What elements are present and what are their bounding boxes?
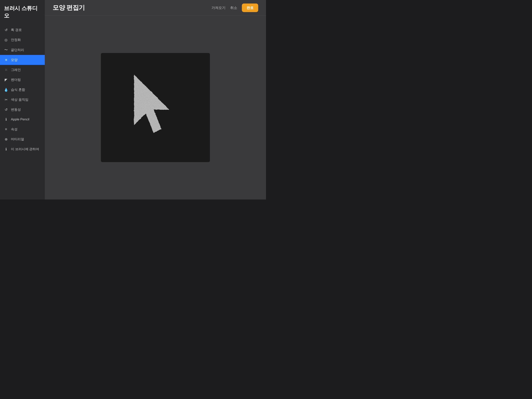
rendering-icon: ◤ (4, 78, 8, 82)
sidebar-item-stabilization[interactable]: ◎안정화 (0, 35, 45, 45)
stroke-path-icon: ↺ (4, 28, 8, 32)
sidebar-label-variability: 변동성 (11, 107, 21, 112)
sidebar-label-about: 이 브러시에 관하여 (11, 147, 39, 151)
app-title: 브러시 스튜디오 (0, 0, 45, 25)
main-content: 모양 편집기 가져오기 취소 완료 (45, 0, 266, 200)
sidebar-label-apple-pencil: Apple Pencil (11, 117, 29, 121)
sidebar-label-stroke-path: 획 경로 (11, 28, 22, 32)
page-title: 모양 편집기 (53, 4, 85, 12)
sidebar-item-stroke-path[interactable]: ↺획 경로 (0, 25, 45, 35)
sidebar-item-rendering[interactable]: ◤렌더링 (0, 75, 45, 85)
sidebar-item-grain[interactable]: ⁙그레인 (0, 65, 45, 75)
sidebar-item-material[interactable]: ⊕머티리얼 (0, 134, 45, 144)
sidebar-item-about[interactable]: ℹ이 브러시에 관하여 (0, 144, 45, 154)
shape-icon: ✳ (4, 58, 8, 62)
properties-icon: ≡ (4, 127, 8, 131)
sidebar-label-shape: 모양 (11, 58, 18, 62)
svg-marker-1 (134, 74, 169, 133)
cancel-button[interactable]: 취소 (230, 6, 237, 10)
grain-icon: ⁙ (4, 68, 8, 72)
apple-pencil-icon: ℹ (4, 117, 8, 122)
sidebar-item-variability[interactable]: ↺변동성 (0, 105, 45, 115)
variability-icon: ↺ (4, 108, 8, 112)
wet-mix-icon: 💧 (4, 88, 8, 92)
cursor-shape-svg (122, 71, 189, 145)
sidebar-label-wet-mix: 습식 혼합 (11, 87, 25, 92)
header-actions: 가져오기 취소 완료 (211, 4, 258, 12)
sidebar-item-color-dynamics[interactable]: ✂색상 움직임 (0, 95, 45, 105)
sidebar-item-end-treatment[interactable]: 〜끝단처리 (0, 45, 45, 55)
about-icon: ℹ (4, 147, 8, 151)
sidebar-label-end-treatment: 끝단처리 (11, 48, 24, 52)
sidebar-label-stabilization: 안정화 (11, 38, 21, 42)
sidebar-item-apple-pencil[interactable]: ℹApple Pencil (0, 115, 45, 124)
sidebar-label-properties: 속성 (11, 127, 18, 131)
sidebar-label-grain: 그레인 (11, 68, 21, 72)
done-button[interactable]: 완료 (242, 4, 258, 12)
sidebar-label-material: 머티리얼 (11, 137, 24, 142)
stabilization-icon: ◎ (4, 38, 8, 42)
canvas-area (45, 16, 266, 200)
sidebar-label-rendering: 렌더링 (11, 77, 21, 82)
color-dynamics-icon: ✂ (4, 98, 8, 102)
shape-canvas[interactable] (101, 53, 210, 162)
sidebar-item-properties[interactable]: ≡속성 (0, 124, 45, 134)
sidebar: 브러시 스튜디오 ↺획 경로◎안정화〜끝단처리✳모양⁙그레인◤렌더링💧습식 혼합… (0, 0, 45, 200)
sidebar-item-wet-mix[interactable]: 💧습식 혼합 (0, 85, 45, 95)
sidebar-label-color-dynamics: 색상 움직임 (11, 97, 28, 102)
end-treatment-icon: 〜 (4, 48, 8, 52)
sidebar-item-shape[interactable]: ✳모양 (0, 55, 45, 65)
material-icon: ⊕ (4, 137, 8, 142)
import-button[interactable]: 가져오기 (211, 6, 226, 10)
header: 모양 편집기 가져오기 취소 완료 (45, 0, 266, 16)
